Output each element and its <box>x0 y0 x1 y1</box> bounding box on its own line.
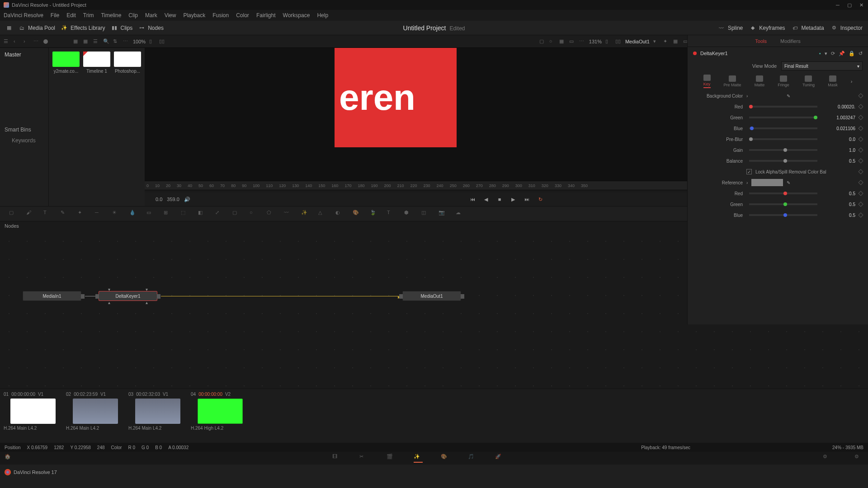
node-deltakeyer[interactable]: DeltaKeyer1 ▾ ▾ ▴ ▴ <box>99 291 157 301</box>
menu-view[interactable]: View <box>165 12 176 19</box>
dot-icon[interactable] <box>43 39 48 44</box>
ref-green-value[interactable]: 0.5 <box>824 202 855 207</box>
first-frame-icon[interactable]: ⏮ <box>469 196 476 203</box>
clip-item[interactable]: 0200:02:23:59V1 H.264 Main L4.2 <box>66 392 125 440</box>
nodes-button[interactable]: ⊶Nodes <box>138 24 164 32</box>
menu-file[interactable]: File <box>51 12 59 19</box>
eff-paint-icon[interactable]: 🖌 <box>26 210 34 218</box>
minimize-icon[interactable]: ─ <box>835 2 841 8</box>
media-page-icon[interactable]: 🎞 <box>332 454 341 463</box>
picker2-icon[interactable]: ✎ <box>787 180 790 185</box>
menu-trim[interactable]: Trim <box>83 12 94 19</box>
circle-icon[interactable]: ○ <box>549 38 556 45</box>
eff-mask-icon[interactable]: ◧ <box>198 210 206 218</box>
tab-key[interactable]: Key <box>703 75 711 88</box>
node-mediain[interactable]: MediaIn1 <box>23 291 81 301</box>
volume-icon[interactable]: 🔊 <box>184 197 190 202</box>
zoom-right[interactable]: 131% <box>589 39 602 44</box>
ref-red-slider[interactable] <box>749 192 817 194</box>
eff-text-icon[interactable]: T <box>43 210 52 218</box>
eff-3d-icon[interactable]: ⬢ <box>404 210 412 218</box>
more2-icon[interactable]: ⋯ <box>579 38 585 45</box>
master-label[interactable]: Master <box>5 52 44 58</box>
split2-icon[interactable]: ▯▯ <box>159 38 165 45</box>
ref-color-swatch[interactable] <box>751 179 783 186</box>
keyframe-icon[interactable] <box>858 191 863 196</box>
project-settings-icon[interactable]: ⚙ <box>823 454 832 463</box>
home-icon[interactable]: 🏠 <box>5 454 14 463</box>
g4-icon[interactable]: ▦ <box>673 38 679 45</box>
eff-leaf-icon[interactable]: 🍃 <box>370 210 378 218</box>
eff-cam-icon[interactable]: 📷 <box>439 210 447 218</box>
nav-fwd-icon[interactable]: › <box>24 38 30 45</box>
list-icon[interactable]: ☰ <box>93 38 99 45</box>
keyframe-icon[interactable] <box>858 169 863 174</box>
eff-resize-icon[interactable]: ⤢ <box>215 210 223 218</box>
bg-color-swatch[interactable] <box>751 92 783 99</box>
view-mode-select[interactable]: Final Result▾ <box>781 61 863 70</box>
keyframe-icon[interactable] <box>858 147 863 152</box>
v2-icon[interactable]: ▯▯ <box>615 38 622 45</box>
reset-icon[interactable]: ↺ <box>859 51 863 56</box>
clips-button[interactable]: ▮▮Clips <box>111 24 133 32</box>
preblur-value[interactable]: 0.0 <box>824 137 855 142</box>
blue-value[interactable]: 0.021106 <box>824 126 855 131</box>
tab-fringe[interactable]: Fringe <box>778 75 789 87</box>
nav-back-icon[interactable]: ‹ <box>14 38 20 45</box>
edit-page-icon[interactable]: 🎬 <box>387 454 396 463</box>
eff-poly-icon[interactable]: ⬠ <box>267 210 275 218</box>
eff-rect-icon[interactable]: ▭ <box>146 210 155 218</box>
media-pool-button[interactable]: 🗂Media Pool <box>18 24 55 32</box>
eff-circ-icon[interactable]: ○ <box>250 210 258 218</box>
red-value[interactable]: 0.00020. <box>824 104 855 109</box>
fusion-page-icon[interactable]: ✨ <box>414 454 423 463</box>
grid2-icon[interactable]: ▦ <box>83 38 90 45</box>
tab-tuning[interactable]: Tuning <box>802 75 815 87</box>
maximize-icon[interactable]: ▢ <box>846 2 853 8</box>
zoom-left[interactable]: 100% <box>133 39 146 44</box>
node-mediaout[interactable]: MediaOut1 <box>402 291 461 301</box>
eff-txt2-icon[interactable]: T <box>387 210 395 218</box>
menu-clip[interactable]: Clip <box>128 12 138 19</box>
prev-frame-icon[interactable]: ◀ <box>482 196 490 203</box>
keyframe-icon[interactable] <box>858 180 863 185</box>
thumb-item[interactable]: Timeline 1 <box>83 52 110 74</box>
lock-checkbox[interactable]: ✓ <box>746 169 752 174</box>
search-icon[interactable]: 🔍 <box>103 38 109 45</box>
tab-tools[interactable]: Tools <box>755 38 767 44</box>
eff-light-icon[interactable]: ☀ <box>112 210 120 218</box>
more-icon[interactable]: ⋯ <box>33 38 40 45</box>
fairlight-page-icon[interactable]: 🎵 <box>468 454 477 463</box>
green-slider[interactable] <box>749 117 817 118</box>
grid-icon[interactable]: ▦ <box>73 38 80 45</box>
layout-button[interactable]: ▦ <box>5 24 13 32</box>
last-frame-icon[interactable]: ⏭ <box>523 196 530 203</box>
eff-merge-icon[interactable]: ⊞ <box>164 210 172 218</box>
eff-render-icon[interactable]: ☁ <box>456 210 464 218</box>
menu-color[interactable]: Color <box>236 12 249 19</box>
dd2-icon[interactable]: ▾ <box>825 51 827 56</box>
ref-blue-slider[interactable] <box>749 214 817 216</box>
loop-icon[interactable]: ↻ <box>537 196 544 203</box>
menu-playback[interactable]: Playback <box>183 12 205 19</box>
eff-xf-icon[interactable]: ⬚ <box>181 210 189 218</box>
split-icon[interactable]: ▯ <box>149 38 156 45</box>
clip-item[interactable]: 0100:00:00:00V1 H.264 Main L4.2 <box>4 392 62 440</box>
frame-icon[interactable]: ▢ <box>539 38 546 45</box>
menu-mark[interactable]: Mark <box>145 12 157 19</box>
menu-resolve[interactable]: DaVinci Resolve <box>4 12 43 19</box>
keyframe-icon[interactable] <box>858 212 863 217</box>
settings-icon[interactable]: ⚙ <box>854 454 863 463</box>
v1-icon[interactable]: ▯ <box>605 38 612 45</box>
eff-r2-icon[interactable]: ▢ <box>232 210 241 218</box>
cache-icon[interactable]: ⟳ <box>831 51 835 56</box>
menu-workspace[interactable]: Workspace <box>283 12 310 19</box>
smart-bins-label[interactable]: Smart Bins <box>5 127 36 133</box>
spline-button[interactable]: 〰Spline <box>718 24 743 32</box>
eff-line-icon[interactable]: ─ <box>95 210 103 218</box>
rect-icon[interactable]: ▭ <box>569 38 576 45</box>
menu-fairlight[interactable]: Fairlight <box>256 12 276 19</box>
tab-mask[interactable]: Mask <box>828 75 838 87</box>
keyframe-icon[interactable] <box>858 104 863 109</box>
effects-library-button[interactable]: ✨Effects Library <box>61 24 105 32</box>
